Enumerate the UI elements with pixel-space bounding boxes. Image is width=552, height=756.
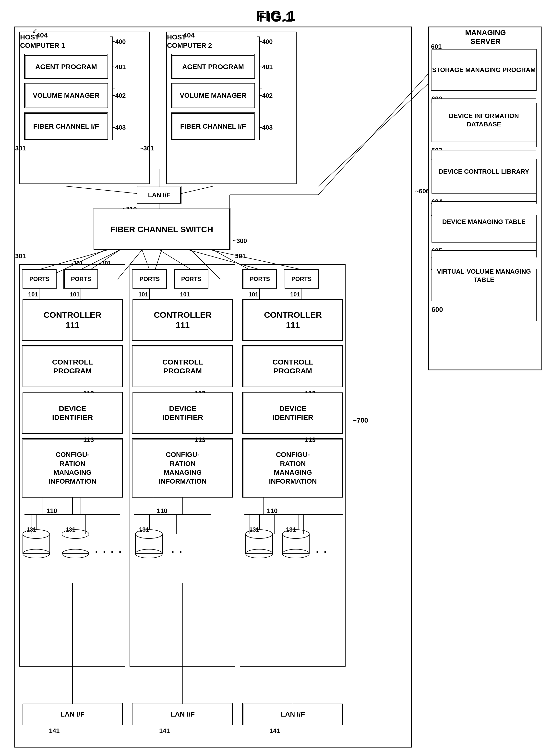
svg-line-13 bbox=[66, 186, 137, 194]
ref-301-fanout-3: ~301 bbox=[98, 260, 111, 266]
ref-101-3b: 101 bbox=[290, 291, 300, 298]
ref-131-3a: 131 bbox=[249, 526, 259, 533]
ports-2a: PORTS bbox=[133, 269, 166, 288]
device-identifier-2-text: DEVICEIDENTIFIER bbox=[162, 404, 203, 422]
ref-400-host1: ~400 bbox=[111, 38, 126, 45]
dots-2: . . bbox=[171, 544, 183, 555]
storage-managing-text: STORAGE MANAGING PROGRAM bbox=[432, 66, 536, 74]
device-identifier-1-text: DEVICEIDENTIFIER bbox=[52, 404, 93, 422]
ref-101-1a: 101 bbox=[28, 291, 38, 298]
svg-line-15 bbox=[181, 186, 213, 194]
agent-program-2-text: AGENT PROGRAM bbox=[182, 63, 244, 71]
ref-101-2b: 101 bbox=[180, 291, 190, 298]
lan-if-top: LAN I/F bbox=[138, 187, 181, 203]
lan-if-bottom-3-text: LAN I/F bbox=[281, 711, 305, 718]
controll-program-3-text: CONTROLLPROGRAM bbox=[273, 358, 313, 375]
ref-101-2a: 101 bbox=[138, 291, 148, 298]
config-info-3-text: CONFIGU-RATIONMANAGINGINFORMATION bbox=[269, 450, 317, 486]
fcs-text: FIBER CHANNEL SWITCH bbox=[110, 224, 213, 234]
device-managing-table: DEVICE MANAGING TABLE bbox=[431, 202, 536, 243]
svg-line-94 bbox=[211, 250, 301, 269]
device-identifier-3-text: DEVICEIDENTIFIER bbox=[273, 404, 313, 422]
config-info-2-text: CONFIGU-RATIONMANAGINGINFORMATION bbox=[159, 450, 206, 486]
ref-700: ~700 bbox=[353, 416, 368, 424]
ref-101-1b: 101 bbox=[70, 291, 80, 298]
controller-3-text: CONTROLLER111 bbox=[264, 310, 322, 330]
lan-if-bottom-2: LAN I/F bbox=[133, 704, 233, 725]
managing-server-title: MANAGINGSERVER bbox=[430, 28, 541, 46]
ref-141-1: 141 bbox=[49, 727, 59, 735]
device-identifier-3: DEVICEIDENTIFIER bbox=[243, 392, 343, 433]
host1-label: HOSTCOMPUTER 1 bbox=[20, 33, 65, 49]
controll-program-2: CONTROLLPROGRAM bbox=[133, 346, 233, 387]
ref-110-1: 110 bbox=[46, 507, 57, 515]
ref-402-host2: ~402 bbox=[258, 92, 273, 100]
volume-manager-1: VOLUME MANAGER bbox=[25, 84, 107, 107]
fiber-if-2-text: FIBER CHANNEL I/F bbox=[180, 122, 246, 131]
config-info-3: CONFIGU-RATIONMANAGINGINFORMATION bbox=[243, 439, 343, 497]
device-identifier-1: DEVICEIDENTIFIER bbox=[22, 392, 122, 433]
disk-3b bbox=[281, 529, 310, 561]
ports-1a: PORTS bbox=[22, 269, 56, 288]
ref-301-fanout-4: 301 bbox=[235, 252, 246, 260]
ref-131-3b: 131 bbox=[286, 526, 296, 533]
lan-if-bottom-1-text: LAN I/F bbox=[60, 711, 85, 718]
lan-if-top-text: LAN I/F bbox=[148, 191, 170, 199]
volume-manager-1-text: VOLUME MANAGER bbox=[33, 92, 100, 100]
ports-1b: PORTS bbox=[64, 269, 98, 288]
device-db-text: DEVICE INFORMATION DATABASE bbox=[432, 112, 536, 129]
fiber-channel-if-2: FIBER CHANNEL I/F bbox=[172, 113, 254, 140]
ports-2b: PORTS bbox=[174, 269, 208, 288]
controller-1: CONTROLLER111 bbox=[22, 299, 122, 341]
controller-3: CONTROLLER111 bbox=[243, 299, 343, 341]
disk-1a bbox=[21, 529, 51, 561]
svg-line-92 bbox=[159, 250, 191, 269]
ref-401-host1: ~401 bbox=[111, 63, 126, 71]
device-information-database: DEVICE INFORMATION DATABASE bbox=[431, 99, 536, 142]
disk-2a bbox=[134, 529, 164, 561]
ref-402-host1: ~402 bbox=[111, 92, 126, 100]
ports-2b-text: PORTS bbox=[181, 276, 201, 282]
ref-301-fanout-1: 301 bbox=[15, 252, 26, 260]
ref-600: 600 bbox=[431, 306, 443, 313]
config-info-1-text: CONFIGU-RATIONMANAGINGINFORMATION bbox=[48, 450, 96, 486]
ref-301-fanout-2: ~301 bbox=[70, 260, 83, 266]
ref-141-2: 141 bbox=[159, 727, 170, 735]
ref-110-2: 110 bbox=[157, 507, 167, 515]
svg-line-91 bbox=[142, 250, 149, 269]
ref-113-3: 113 bbox=[305, 436, 315, 444]
ref-113-2: 113 bbox=[195, 436, 205, 444]
svg-line-68 bbox=[318, 83, 429, 186]
ref-606: ~606 bbox=[415, 187, 430, 195]
config-info-2: CONFIGU-RATIONMANAGINGINFORMATION bbox=[133, 439, 233, 497]
ref-141-3: 141 bbox=[269, 727, 280, 735]
ref-300: ~300 bbox=[233, 237, 247, 245]
ref-301-center-top: ~301 bbox=[140, 144, 154, 152]
controller-1-text: CONTROLLER111 bbox=[43, 310, 101, 330]
svg-line-93 bbox=[188, 250, 260, 269]
lan-if-bottom-3: LAN I/F bbox=[243, 704, 343, 725]
ref-400-host2: ~400 bbox=[258, 38, 273, 45]
lan-if-bottom-1: LAN I/F bbox=[22, 704, 122, 725]
ref-131-1b: 131 bbox=[65, 526, 76, 533]
disk-1b bbox=[61, 529, 90, 561]
fiber-channel-switch: FIBER CHANNEL SWITCH bbox=[94, 209, 230, 250]
controller-2-text: CONTROLLER111 bbox=[154, 310, 212, 330]
host2-label: HOSTCOMPUTER 2 bbox=[167, 33, 212, 49]
ports-1b-text: PORTS bbox=[71, 276, 91, 282]
virtual-vol-text: VIRTUAL-VOLUME MANAGING TABLE bbox=[432, 267, 536, 284]
volume-manager-2: VOLUME MANAGER bbox=[172, 84, 254, 107]
ref-131-1a: 131 bbox=[26, 526, 36, 533]
ports-3b: PORTS bbox=[285, 269, 318, 288]
ref-131-2a: 131 bbox=[139, 526, 149, 533]
agent-program-1: AGENT PROGRAM bbox=[25, 55, 107, 79]
dots-3: . . bbox=[316, 544, 328, 555]
ports-3b-text: PORTS bbox=[291, 276, 312, 282]
controll-program-3: CONTROLLPROGRAM bbox=[243, 346, 343, 387]
ports-1a-text: PORTS bbox=[29, 276, 50, 282]
storage-managing-program: STORAGE MANAGING PROGRAM bbox=[431, 49, 536, 91]
ref-403-host1: ~403 bbox=[111, 124, 126, 131]
ref-113-1: 113 bbox=[83, 436, 94, 444]
config-info-1: CONFIGU-RATIONMANAGINGINFORMATION bbox=[22, 439, 122, 497]
lan-if-bottom-2-text: LAN I/F bbox=[171, 711, 195, 718]
